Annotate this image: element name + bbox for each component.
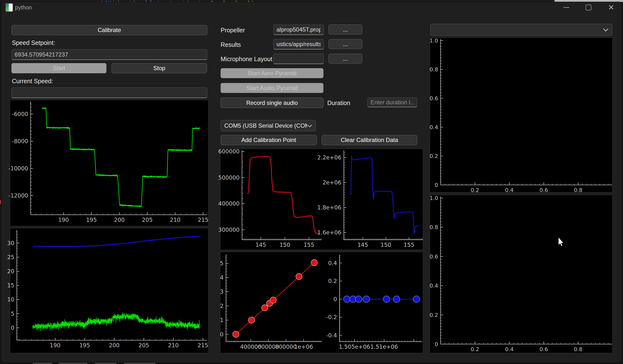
svg-text:0.6: 0.6 — [430, 254, 438, 260]
mouse-cursor — [558, 237, 568, 248]
svg-text:3: 3 — [220, 288, 223, 295]
svg-text:0.8: 0.8 — [574, 187, 582, 193]
start-audio-pyramid-button[interactable]: Start Audio Pyramid — [221, 83, 323, 93]
calibration-flat-plot: 1.505e+061.51e+06-0.4-0.200.20.4 — [324, 252, 423, 353]
svg-text:1.505e+06: 1.505e+06 — [339, 344, 370, 350]
svg-text:155: 155 — [304, 242, 314, 248]
minimize-button[interactable] — [558, 2, 575, 13]
window-title: python — [15, 4, 32, 11]
svg-text:-0.4: -0.4 — [326, 332, 337, 339]
svg-text:800000: 800000 — [275, 344, 297, 350]
svg-text:0: 0 — [435, 341, 438, 347]
edge-artifact-mark — [0, 200, 1, 204]
propeller-browse-button[interactable]: ... — [329, 24, 362, 35]
calibration-line-plot: 4000006000008000001e+06012345 — [221, 252, 324, 353]
svg-text:400000: 400000 — [218, 201, 240, 207]
calibrate-button[interactable]: Calibrate — [11, 25, 207, 35]
minimize-icon — [563, 7, 569, 8]
propeller-label: Propeller — [221, 27, 245, 34]
start-button[interactable]: Start — [11, 63, 106, 73]
svg-text:0.4: 0.4 — [505, 187, 514, 193]
results-input[interactable] — [273, 39, 324, 49]
duration-input[interactable] — [367, 98, 417, 107]
svg-text:-8000: -8000 — [12, 138, 28, 144]
svg-text:4: 4 — [220, 274, 223, 281]
svg-text:0.2: 0.2 — [471, 346, 479, 352]
svg-text:20: 20 — [7, 268, 14, 274]
clear-calibration-data-button[interactable]: Clear Calibration Data — [322, 135, 417, 145]
background-code-fragment: addWidget(self.test_widget, 0, 1, 1, 1) — [96, 0, 256, 2]
svg-text:1.51e+06: 1.51e+06 — [370, 344, 398, 350]
results-browse-button[interactable]: ... — [329, 39, 362, 49]
desktop: addWidget(self.test_widget, 0, 1, 1, 1) … — [0, 0, 623, 364]
svg-text:145: 145 — [255, 242, 266, 248]
svg-text:0.8: 0.8 — [574, 346, 582, 352]
svg-text:0.4: 0.4 — [430, 124, 438, 130]
svg-text:150: 150 — [279, 242, 290, 248]
background-taskbar-strip — [0, 362, 623, 364]
svg-text:1.8e+06: 1.8e+06 — [317, 204, 341, 211]
svg-text:-6000: -6000 — [12, 111, 28, 117]
svg-text:0.4: 0.4 — [505, 346, 514, 352]
chevron-down-icon — [603, 28, 609, 32]
svg-text:215: 215 — [198, 217, 208, 223]
microphone-layout-input[interactable] — [273, 54, 324, 64]
svg-text:195: 195 — [79, 342, 90, 348]
duration-label: Duration — [327, 100, 350, 106]
add-calibration-point-button[interactable]: Add Calibration Point — [221, 135, 317, 145]
svg-text:205: 205 — [138, 342, 149, 348]
svg-text:200: 200 — [109, 342, 120, 348]
sensor-noise-plot: 190195200205210215051015202530 — [10, 228, 208, 353]
svg-text:-0.2: -0.2 — [326, 314, 337, 320]
svg-text:2.2e+06: 2.2e+06 — [317, 154, 341, 161]
svg-text:0.8: 0.8 — [430, 224, 438, 230]
empty-plot-bottom: 0.20.40.60.800.20.40.60.81.0 — [430, 195, 613, 353]
svg-text:0.4: 0.4 — [430, 283, 438, 289]
svg-text:1.0: 1.0 — [430, 195, 438, 201]
app-window-icon — [6, 4, 13, 11]
com-port-select[interactable]: COM5 (USB Serial Device (COM — [221, 120, 316, 131]
current-speed-input[interactable] — [11, 87, 207, 98]
force-step-plot: 145150155300000400000500000600000 — [221, 149, 327, 250]
svg-text:5: 5 — [220, 260, 223, 266]
background-window-strip — [555, 0, 623, 2]
svg-text:1.6e+06: 1.6e+06 — [317, 229, 341, 236]
svg-text:0.6: 0.6 — [430, 95, 438, 101]
svg-text:0.6: 0.6 — [539, 187, 548, 193]
svg-text:0.4: 0.4 — [328, 260, 337, 266]
svg-text:0.2: 0.2 — [430, 153, 438, 159]
propeller-input[interactable] — [273, 24, 324, 35]
svg-text:210: 210 — [170, 217, 180, 223]
svg-text:205: 205 — [142, 217, 153, 223]
svg-text:145: 145 — [357, 242, 368, 248]
microphone-browse-button[interactable]: ... — [329, 54, 362, 63]
background-editor-strip: addWidget(self.test_widget, 0, 1, 1, 1) — [0, 0, 623, 2]
start-aero-pyramid-button[interactable]: Start Aero Pyramid — [221, 68, 323, 78]
right-selector[interactable] — [430, 24, 612, 36]
speed-setpoint-label: Speed Setpoint: — [12, 39, 55, 46]
current-speed-label: Current Speed: — [12, 78, 53, 85]
maximize-button[interactable] — [580, 2, 597, 13]
svg-text:1: 1 — [220, 317, 223, 323]
stop-button[interactable]: Stop — [111, 63, 207, 73]
svg-text:0.6: 0.6 — [539, 346, 548, 352]
speed-history-plot: 190195200205210215-12000-10000-8000-6000 — [10, 100, 208, 226]
svg-text:-10000: -10000 — [8, 165, 28, 172]
empty-plot-top: 0.20.40.60.800.20.40.60.81.0 — [430, 38, 613, 192]
close-button[interactable]: ✕ — [602, 2, 620, 13]
svg-text:215: 215 — [198, 342, 208, 348]
svg-text:30: 30 — [7, 240, 14, 246]
svg-text:0: 0 — [11, 325, 14, 331]
svg-text:210: 210 — [168, 342, 178, 348]
svg-text:0.2: 0.2 — [471, 187, 479, 193]
svg-text:0: 0 — [220, 331, 223, 338]
svg-text:1.0: 1.0 — [430, 38, 438, 44]
record-single-audio-button[interactable]: Record single audio — [221, 98, 323, 108]
svg-text:10: 10 — [7, 296, 14, 303]
speed-setpoint-input[interactable] — [11, 49, 207, 60]
svg-text:2: 2 — [220, 303, 223, 309]
svg-text:25: 25 — [7, 254, 14, 260]
com-port-value: COM5 (USB Serial Device (COM — [224, 122, 307, 129]
svg-text:0.2: 0.2 — [328, 278, 337, 284]
svg-text:-12000: -12000 — [8, 192, 28, 199]
